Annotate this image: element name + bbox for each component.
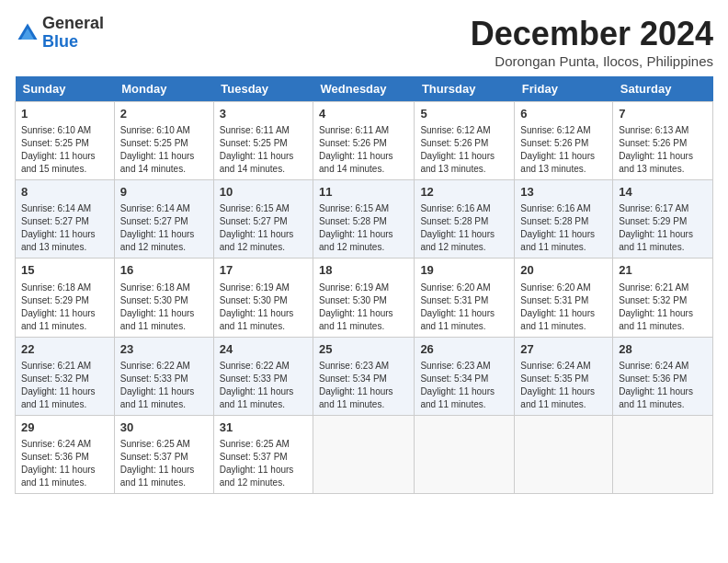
day-info: Sunrise: 6:10 AMSunset: 5:25 PMDaylight:… <box>120 124 208 176</box>
day-number: 30 <box>120 419 208 436</box>
day-number: 23 <box>120 341 208 358</box>
location: Dorongan Punta, Ilocos, Philippines <box>471 53 713 69</box>
calendar-cell: 11Sunrise: 6:15 AMSunset: 5:28 PMDayligh… <box>313 180 415 259</box>
day-number: 6 <box>520 106 607 122</box>
column-header-thursday: Thursday <box>415 76 515 102</box>
calendar-cell: 16Sunrise: 6:18 AMSunset: 5:30 PMDayligh… <box>114 259 213 337</box>
day-info: Sunrise: 6:24 AMSunset: 5:36 PMDaylight:… <box>21 438 108 489</box>
calendar-cell: 12Sunrise: 6:16 AMSunset: 5:28 PMDayligh… <box>415 180 515 259</box>
calendar-cell: 7Sunrise: 6:13 AMSunset: 5:26 PMDaylight… <box>613 102 713 180</box>
day-info: Sunrise: 6:16 AMSunset: 5:28 PMDaylight:… <box>420 202 508 254</box>
calendar-cell: 27Sunrise: 6:24 AMSunset: 5:35 PMDayligh… <box>515 337 613 415</box>
calendar-cell: 17Sunrise: 6:19 AMSunset: 5:30 PMDayligh… <box>213 259 313 337</box>
day-info: Sunrise: 6:20 AMSunset: 5:31 PMDaylight:… <box>520 282 607 333</box>
logo-text: General Blue <box>42 15 104 52</box>
day-number: 11 <box>319 184 408 201</box>
day-info: Sunrise: 6:11 AMSunset: 5:26 PMDaylight:… <box>319 124 408 176</box>
calendar-cell <box>515 415 613 493</box>
logo-icon <box>15 20 40 46</box>
day-number: 1 <box>21 106 108 122</box>
day-number: 18 <box>319 262 408 279</box>
day-info: Sunrise: 6:16 AMSunset: 5:28 PMDaylight:… <box>520 202 607 254</box>
page-header: General Blue December 2024 Dorongan Punt… <box>15 15 713 69</box>
day-info: Sunrise: 6:17 AMSunset: 5:29 PMDaylight:… <box>619 202 707 254</box>
calendar-cell: 29Sunrise: 6:24 AMSunset: 5:36 PMDayligh… <box>16 415 115 493</box>
day-info: Sunrise: 6:24 AMSunset: 5:36 PMDaylight:… <box>619 360 707 411</box>
column-header-monday: Monday <box>114 76 213 102</box>
column-header-wednesday: Wednesday <box>313 76 415 102</box>
day-info: Sunrise: 6:12 AMSunset: 5:26 PMDaylight:… <box>520 124 607 176</box>
day-number: 20 <box>520 262 607 279</box>
day-number: 10 <box>220 184 307 201</box>
column-header-saturday: Saturday <box>613 76 713 102</box>
calendar-cell: 13Sunrise: 6:16 AMSunset: 5:28 PMDayligh… <box>515 180 613 259</box>
day-number: 14 <box>619 184 707 201</box>
week-row-1: 1Sunrise: 6:10 AMSunset: 5:25 PMDaylight… <box>16 102 713 180</box>
day-number: 15 <box>21 262 108 279</box>
calendar-cell: 18Sunrise: 6:19 AMSunset: 5:30 PMDayligh… <box>313 259 415 337</box>
calendar-cell: 23Sunrise: 6:22 AMSunset: 5:33 PMDayligh… <box>114 337 213 415</box>
day-number: 7 <box>619 106 707 122</box>
calendar-cell: 20Sunrise: 6:20 AMSunset: 5:31 PMDayligh… <box>515 259 613 337</box>
day-info: Sunrise: 6:21 AMSunset: 5:32 PMDaylight:… <box>21 360 108 411</box>
day-info: Sunrise: 6:10 AMSunset: 5:25 PMDaylight:… <box>21 124 108 176</box>
day-number: 27 <box>520 341 607 358</box>
calendar-cell: 8Sunrise: 6:14 AMSunset: 5:27 PMDaylight… <box>16 180 115 259</box>
day-number: 26 <box>420 341 508 358</box>
title-block: December 2024 Dorongan Punta, Ilocos, Ph… <box>471 15 713 69</box>
day-number: 31 <box>220 419 307 436</box>
month-year: December 2024 <box>471 15 713 53</box>
logo: General Blue <box>15 15 104 52</box>
day-number: 2 <box>120 106 208 122</box>
day-number: 4 <box>319 106 408 122</box>
week-row-2: 8Sunrise: 6:14 AMSunset: 5:27 PMDaylight… <box>16 180 713 259</box>
day-number: 3 <box>220 106 307 122</box>
calendar-cell: 19Sunrise: 6:20 AMSunset: 5:31 PMDayligh… <box>415 259 515 337</box>
calendar-cell: 15Sunrise: 6:18 AMSunset: 5:29 PMDayligh… <box>16 259 115 337</box>
day-info: Sunrise: 6:21 AMSunset: 5:32 PMDaylight:… <box>619 282 707 333</box>
day-info: Sunrise: 6:18 AMSunset: 5:29 PMDaylight:… <box>21 282 108 333</box>
day-info: Sunrise: 6:23 AMSunset: 5:34 PMDaylight:… <box>319 360 408 411</box>
day-number: 5 <box>420 106 508 122</box>
day-info: Sunrise: 6:22 AMSunset: 5:33 PMDaylight:… <box>120 360 208 411</box>
day-number: 28 <box>619 341 707 358</box>
day-number: 29 <box>21 419 108 436</box>
calendar-cell: 3Sunrise: 6:11 AMSunset: 5:25 PMDaylight… <box>213 102 313 180</box>
day-info: Sunrise: 6:24 AMSunset: 5:35 PMDaylight:… <box>520 360 607 411</box>
calendar-cell <box>313 415 415 493</box>
calendar-cell: 31Sunrise: 6:25 AMSunset: 5:37 PMDayligh… <box>213 415 313 493</box>
calendar-cell: 26Sunrise: 6:23 AMSunset: 5:34 PMDayligh… <box>415 337 515 415</box>
calendar-cell <box>613 415 713 493</box>
day-number: 21 <box>619 262 707 279</box>
day-number: 24 <box>220 341 307 358</box>
calendar-cell: 21Sunrise: 6:21 AMSunset: 5:32 PMDayligh… <box>613 259 713 337</box>
day-number: 8 <box>21 184 108 201</box>
day-info: Sunrise: 6:25 AMSunset: 5:37 PMDaylight:… <box>220 438 307 489</box>
day-info: Sunrise: 6:12 AMSunset: 5:26 PMDaylight:… <box>420 124 508 176</box>
day-number: 19 <box>420 262 508 279</box>
calendar-cell: 6Sunrise: 6:12 AMSunset: 5:26 PMDaylight… <box>515 102 613 180</box>
week-row-4: 22Sunrise: 6:21 AMSunset: 5:32 PMDayligh… <box>16 337 713 415</box>
calendar-cell: 4Sunrise: 6:11 AMSunset: 5:26 PMDaylight… <box>313 102 415 180</box>
day-info: Sunrise: 6:14 AMSunset: 5:27 PMDaylight:… <box>21 202 108 254</box>
day-number: 13 <box>520 184 607 201</box>
column-header-row: SundayMondayTuesdayWednesdayThursdayFrid… <box>16 76 713 102</box>
calendar-cell: 22Sunrise: 6:21 AMSunset: 5:32 PMDayligh… <box>16 337 115 415</box>
day-info: Sunrise: 6:18 AMSunset: 5:30 PMDaylight:… <box>120 282 208 333</box>
calendar-cell: 2Sunrise: 6:10 AMSunset: 5:25 PMDaylight… <box>114 102 213 180</box>
calendar-table: SundayMondayTuesdayWednesdayThursdayFrid… <box>15 76 713 494</box>
calendar-cell: 25Sunrise: 6:23 AMSunset: 5:34 PMDayligh… <box>313 337 415 415</box>
day-number: 12 <box>420 184 508 201</box>
day-number: 22 <box>21 341 108 358</box>
day-info: Sunrise: 6:23 AMSunset: 5:34 PMDaylight:… <box>420 360 508 411</box>
day-number: 25 <box>319 341 408 358</box>
calendar-cell <box>415 415 515 493</box>
calendar-cell: 1Sunrise: 6:10 AMSunset: 5:25 PMDaylight… <box>16 102 115 180</box>
calendar-cell: 30Sunrise: 6:25 AMSunset: 5:37 PMDayligh… <box>114 415 213 493</box>
day-info: Sunrise: 6:20 AMSunset: 5:31 PMDaylight:… <box>420 282 508 333</box>
week-row-5: 29Sunrise: 6:24 AMSunset: 5:36 PMDayligh… <box>16 415 713 493</box>
calendar-cell: 9Sunrise: 6:14 AMSunset: 5:27 PMDaylight… <box>114 180 213 259</box>
column-header-tuesday: Tuesday <box>213 76 313 102</box>
calendar-cell: 14Sunrise: 6:17 AMSunset: 5:29 PMDayligh… <box>613 180 713 259</box>
day-info: Sunrise: 6:19 AMSunset: 5:30 PMDaylight:… <box>220 282 307 333</box>
